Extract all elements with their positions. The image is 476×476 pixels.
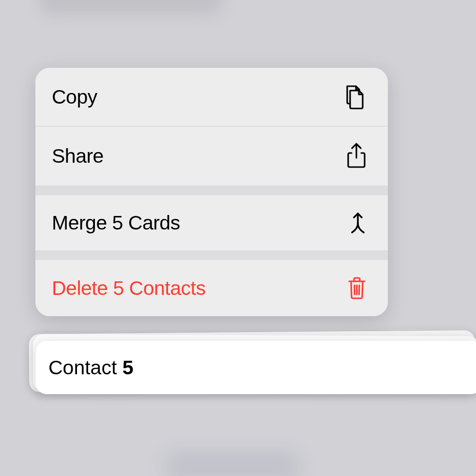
card-title-number: 5 bbox=[123, 356, 134, 379]
card-title-prefix: Contact bbox=[48, 356, 123, 379]
merge-menu-item[interactable]: Merge 5 Cards bbox=[35, 195, 388, 250]
share-icon bbox=[345, 142, 368, 169]
menu-section-divider bbox=[35, 185, 388, 195]
background-blur-top bbox=[39, 0, 223, 15]
share-label: Share bbox=[52, 145, 104, 168]
stacked-card-front[interactable]: Contact 5 bbox=[36, 341, 476, 394]
copy-label: Copy bbox=[52, 86, 97, 108]
merge-label: Merge 5 Cards bbox=[52, 212, 180, 234]
delete-menu-item[interactable]: Delete 5 Contacts bbox=[35, 260, 388, 316]
merge-icon bbox=[348, 211, 368, 234]
trash-icon bbox=[346, 276, 368, 300]
copy-menu-item[interactable]: Copy bbox=[35, 68, 388, 126]
contacts-card-stack: Contact 5 bbox=[30, 329, 476, 416]
background-blur-bottom bbox=[165, 452, 300, 476]
delete-label: Delete 5 Contacts bbox=[52, 277, 205, 300]
copy-icon bbox=[343, 84, 368, 110]
card-title: Contact 5 bbox=[48, 356, 134, 379]
context-menu: Copy Share Merge 5 Cards bbox=[35, 68, 388, 316]
menu-section-divider bbox=[35, 250, 388, 260]
share-menu-item[interactable]: Share bbox=[35, 126, 388, 185]
